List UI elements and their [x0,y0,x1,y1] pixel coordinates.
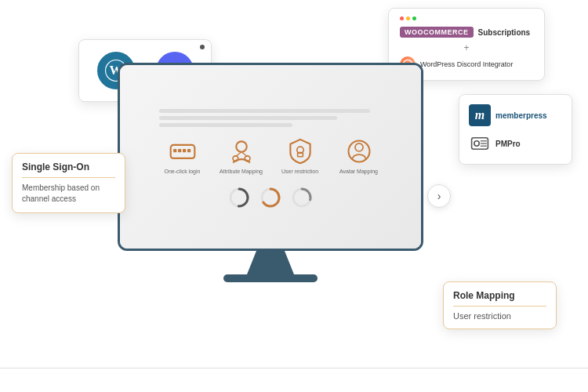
icon-attribute: Attribute Mapping [220,137,263,174]
main-scene: WOOCOMMERCE Subscriptions + WordPress Di… [0,0,588,392]
role-title: Role Mapping [453,290,546,301]
pmpro-item: PMPro [469,132,562,154]
progress2 [260,187,281,209]
svg-line-15 [235,152,241,157]
monitor-base [223,274,318,282]
card-dot [200,45,205,49]
attribute-icon [227,137,256,165]
memberpress-icon: m [469,104,491,126]
icon-oneclick: One-click login [161,137,204,174]
screen-content: One-click login [120,65,421,249]
svg-point-12 [236,141,246,151]
bottom-divider [0,368,588,368]
pmpro-icon [469,132,491,154]
dot-yellow [406,16,410,20]
svg-line-16 [241,152,248,157]
woo-badge: WOOCOMMERCE [400,27,474,38]
sso-description: Membership based on channel access [22,183,115,205]
pmpro-label: PMPro [495,140,521,148]
svg-point-20 [354,143,362,151]
role-mapping-card: Role Mapping User restriction [443,281,557,329]
progress-row [228,187,313,209]
memberpress-label: memberpress [495,111,547,120]
icon-avatar: Avatar Mapping [337,137,380,174]
woo-header: WOOCOMMERCE Subscriptions [400,27,533,38]
role-divider [453,306,546,307]
arrow-icon: › [437,190,441,202]
woo-subscriptions: Subscriptions [478,28,531,37]
icon-attribute-label: Attribute Mapping [220,169,263,174]
svg-rect-11 [187,149,190,152]
dot-red [400,16,404,20]
woo-plus: + [400,42,533,53]
progress1 [228,187,250,209]
monitor-screen: One-click login [118,63,423,251]
svg-rect-9 [178,149,181,152]
svg-rect-10 [183,149,186,152]
svg-rect-18 [297,153,303,157]
sso-divider [22,177,115,178]
monitor: One-click login [118,63,423,290]
svg-point-28 [474,141,479,146]
oneclick-icon [169,137,197,165]
icon-user-restriction: User restriction [278,137,321,174]
progress3 [291,187,313,209]
sso-card: Single Sign-On Membership based on chann… [12,153,125,213]
icon-user-restriction-label: User restriction [278,169,321,174]
monitor-stand [247,251,294,274]
icon-avatar-label: Avatar Mapping [337,169,380,174]
discord-integrator-text: WordPress Discord Integrator [420,60,513,68]
memberpress-item: m memberpress [469,104,562,126]
icon-oneclick-label: One-click login [161,169,204,174]
screen-icons: One-click login [161,137,380,174]
avatar-icon [345,137,373,165]
svg-rect-8 [173,149,176,152]
line3 [159,123,292,127]
line2 [159,116,337,120]
role-description: User restriction [453,311,546,321]
dot-green [412,16,416,20]
nav-next-button[interactable]: › [427,184,451,208]
user-restriction-icon [286,137,314,165]
screen-lines [159,109,381,127]
sso-title: Single Sign-On [22,162,115,172]
memberpress-card: m memberpress PMPro [459,94,572,165]
line1 [159,109,370,113]
